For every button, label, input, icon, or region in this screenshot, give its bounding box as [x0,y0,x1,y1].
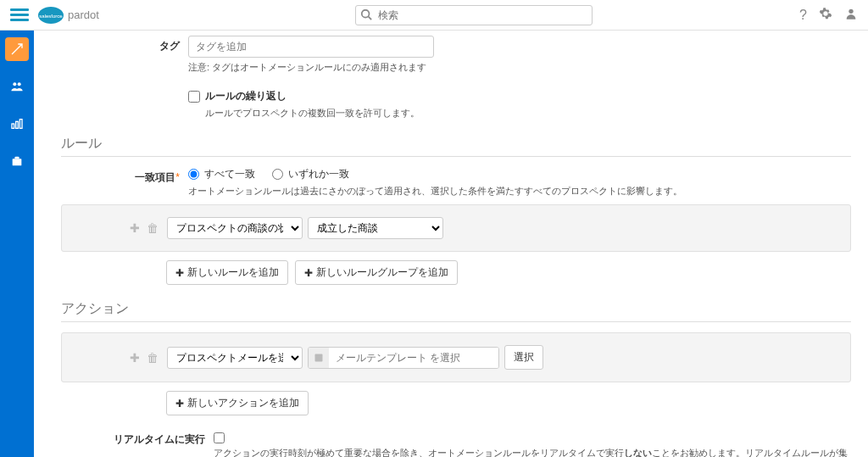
rule-value-select[interactable]: 成立した商談 [308,217,443,239]
svg-rect-10 [19,120,22,129]
realtime-desc: アクションの実行時刻が極めて重要な場合を除き、オートメーションルールをリアルタイ… [214,446,851,457]
main-content: タグ 注意: タグはオートメーションルールにのみ適用されます ルールの繰り返し … [34,31,868,457]
help-icon[interactable]: ? [799,8,807,23]
tags-label: タグ [61,36,188,53]
actions-section-title: アクション [61,300,851,322]
svg-point-7 [18,82,21,86]
add-rule-group-button[interactable]: ✚新しいルールグループを追加 [295,260,458,285]
left-sidebar [0,31,34,457]
plus-icon[interactable]: ✚ [130,221,140,235]
global-search [355,5,593,25]
svg-rect-8 [12,124,14,128]
tags-row: タグ 注意: タグはオートメーションルールにのみ適用されます ルールの繰り返し … [61,36,851,120]
svg-point-6 [13,82,16,86]
template-input[interactable] [329,348,498,368]
repeat-checkbox[interactable] [188,91,200,103]
trash-icon[interactable]: 🗑 [147,221,159,235]
tags-input[interactable] [188,36,434,58]
tags-helper: 注意: タグはオートメーションルールにのみ適用されます [188,61,851,74]
match-all-radio[interactable] [188,169,199,180]
match-helper: オートメーションルールは過去にさかのぼって適用され、選択した条件を満たすすべての… [188,185,851,198]
nav-people-icon[interactable] [5,75,29,98]
action-block: ✚ 🗑 プロスペクトメールを送信 選択 [61,332,851,382]
plus-icon: ✚ [175,267,184,279]
plus-icon: ✚ [175,398,184,410]
nav-automation-icon[interactable] [5,37,29,61]
salesforce-pardot-logo: salesforce pardot [37,6,131,25]
rules-section-title: ルール [61,135,851,157]
template-icon [309,348,329,368]
rule-block: ✚ 🗑 プロスペクトの商談の状況 成立した商談 [61,204,851,252]
svg-line-4 [368,16,371,20]
match-any-radio[interactable] [272,169,283,180]
svg-text:salesforce: salesforce [39,14,63,19]
rule-field-select[interactable]: プロスペクトの商談の状況 [167,217,303,239]
plus-icon: ✚ [304,267,313,279]
svg-rect-9 [16,121,19,128]
gear-icon[interactable] [819,7,832,24]
realtime-row: リアルタイムに実行 アクションの実行時刻が極めて重要な場合を除き、オートメーショ… [61,432,851,457]
plus-icon[interactable]: ✚ [130,351,140,365]
svg-text:pardot: pardot [68,8,99,21]
svg-point-3 [361,9,369,17]
realtime-checkbox[interactable] [214,432,225,443]
repeat-label: ルールの繰り返し [205,89,287,103]
svg-rect-11 [13,159,22,165]
match-all-option[interactable]: すべて一致 [188,167,255,181]
top-right-icons: ? [799,7,858,24]
repeat-desc: ルールでプロスペクトの複数回一致を許可します。 [205,107,851,120]
trash-icon[interactable]: 🗑 [147,351,159,365]
search-icon [360,8,372,23]
template-picker [308,347,499,369]
match-row: 一致項目* すべて一致 いずれか一致 オートメーションルールは過去にさかのぼって… [61,167,851,198]
hamburger-menu-icon[interactable] [10,6,29,25]
match-any-option[interactable]: いずれか一致 [272,167,349,181]
svg-point-5 [849,8,853,13]
match-label: 一致項目* [61,167,188,185]
realtime-label: リアルタイムに実行 [61,432,214,447]
add-action-button[interactable]: ✚新しいアクションを追加 [166,391,309,415]
topbar: salesforce pardot ? [0,0,868,31]
template-select-button[interactable]: 選択 [504,345,543,370]
search-input[interactable] [355,5,593,25]
add-rule-button[interactable]: ✚新しいルールを追加 [166,260,288,285]
nav-analytics-icon[interactable] [5,112,29,136]
nav-assets-icon[interactable] [5,149,29,173]
action-type-select[interactable]: プロスペクトメールを送信 [167,347,303,369]
user-icon[interactable] [844,7,858,24]
svg-rect-12 [315,354,323,361]
